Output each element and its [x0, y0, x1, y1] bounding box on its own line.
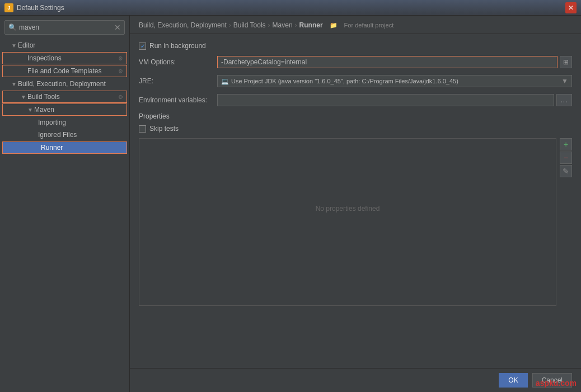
vm-options-label: VM Options: [139, 58, 217, 66]
watermark-suffix: .com [558, 379, 577, 388]
sidebar-item-build-tools[interactable]: ▼ Build Tools ⚙ [2, 91, 127, 103]
title-bar-left: J Default Settings [4, 3, 64, 12]
main-container: 🔍 ✕ ▼ Editor Inspections ⚙ File and Code… [0, 16, 581, 392]
sidebar: 🔍 ✕ ▼ Editor Inspections ⚙ File and Code… [0, 16, 130, 392]
sidebar-item-runner[interactable]: Runner [2, 141, 127, 154]
env-vars-input[interactable] [217, 94, 554, 106]
breadcrumb-part-1: Build, Execution, Deployment [139, 21, 227, 29]
breadcrumb-suffix: For default project [344, 22, 394, 29]
folder-icon: 📁 [330, 22, 338, 29]
breadcrumb-sep-1: › [229, 21, 231, 29]
skip-tests-label: Skip tests [149, 125, 179, 133]
sidebar-item-build-execution[interactable]: ▼ Build, Execution, Deployment [0, 78, 129, 90]
sidebar-item-label: Maven [34, 106, 126, 114]
settings-icon: ⚙ [118, 68, 123, 74]
vm-options-input[interactable] [217, 56, 557, 68]
arrow-icon: ▼ [27, 107, 34, 113]
settings-icon: ⚙ [118, 94, 123, 100]
vm-options-control: ⊞ [217, 56, 572, 68]
breadcrumb-sep-2: › [268, 21, 270, 29]
sidebar-item-label: File and Code Templates [27, 67, 118, 75]
breadcrumb-current: Runner [299, 21, 323, 29]
add-property-button[interactable]: + [560, 138, 572, 150]
properties-side-buttons: + − ✎ [560, 138, 572, 306]
search-input[interactable] [19, 23, 112, 31]
properties-table: No properties defined [139, 138, 556, 306]
jdk-icon: 💻 [221, 78, 229, 85]
sidebar-item-importing[interactable]: Importing [0, 116, 129, 129]
edit-property-button[interactable]: ✎ [560, 165, 572, 177]
remove-property-button[interactable]: − [560, 152, 572, 164]
sidebar-item-editor[interactable]: ▼ Editor [0, 39, 129, 51]
jre-dropdown-text: 💻 Use Project JDK (java version "1.6.0_4… [221, 78, 561, 85]
settings-icon: ⚙ [118, 55, 123, 62]
breadcrumb: Build, Execution, Deployment › Build Too… [130, 16, 581, 34]
properties-wrapper: No properties defined + − ✎ [139, 138, 572, 306]
sidebar-item-file-code-templates[interactable]: File and Code Templates ⚙ [2, 65, 127, 77]
close-button[interactable]: ✕ [565, 2, 577, 13]
arrow-icon: ▼ [11, 42, 18, 49]
vm-options-action-button[interactable]: ⊞ [560, 56, 572, 68]
run-in-background-label: Run in background [149, 42, 206, 50]
search-icon: 🔍 [8, 23, 17, 31]
chevron-down-icon: ▼ [561, 77, 568, 85]
sidebar-item-label: Build Tools [27, 93, 118, 101]
env-vars-dots-button[interactable]: ... [556, 94, 572, 106]
title-bar: J Default Settings ✕ [0, 0, 581, 16]
sidebar-item-ignored-files[interactable]: Ignored Files [0, 129, 129, 141]
sidebar-item-label: Inspections [27, 54, 118, 62]
skip-tests-row: Skip tests [139, 125, 572, 133]
sidebar-item-maven[interactable]: ▼ Maven [2, 103, 127, 116]
sidebar-item-label: Importing [38, 119, 129, 126]
content-area: Build, Execution, Deployment › Build Too… [130, 16, 581, 392]
breadcrumb-part-2: Build Tools [233, 21, 266, 29]
title-bar-title: Default Settings [17, 4, 64, 12]
bottom-bar: OK Cancel [130, 368, 581, 392]
no-properties-text: No properties defined [139, 139, 556, 278]
search-clear-icon[interactable]: ✕ [114, 23, 121, 32]
run-in-background-row: Run in background [139, 42, 572, 50]
ok-button[interactable]: OK [499, 373, 527, 388]
sidebar-tree: ▼ Editor Inspections ⚙ File and Code Tem… [0, 38, 129, 392]
watermark-text: aspku [536, 379, 558, 388]
env-vars-label: Environment variables: [139, 96, 217, 104]
sidebar-item-inspections[interactable]: Inspections ⚙ [2, 52, 127, 64]
arrow-icon: ▼ [21, 94, 27, 100]
jre-label: JRE: [139, 77, 217, 85]
sidebar-item-label: Runner [41, 144, 126, 152]
properties-header: Properties [139, 112, 572, 120]
search-box[interactable]: 🔍 ✕ [4, 20, 125, 35]
breadcrumb-sep-3: › [295, 21, 297, 29]
env-vars-control: ... [217, 94, 572, 106]
form-area: Run in background VM Options: ⊞ JRE: 💻 [130, 34, 581, 368]
sidebar-item-label: Editor [18, 41, 129, 49]
watermark: aspku.com [536, 379, 577, 388]
jre-control: 💻 Use Project JDK (java version "1.6.0_4… [217, 75, 572, 87]
arrow-icon: ▼ [11, 81, 18, 87]
app-icon: J [4, 3, 13, 12]
sidebar-item-label: Ignored Files [38, 131, 129, 139]
jre-dropdown[interactable]: 💻 Use Project JDK (java version "1.6.0_4… [217, 75, 572, 87]
jre-row: JRE: 💻 Use Project JDK (java version "1.… [139, 74, 572, 88]
run-in-background-checkbox[interactable] [139, 42, 146, 50]
skip-tests-checkbox[interactable] [139, 125, 146, 133]
env-vars-row: Environment variables: ... [139, 93, 572, 107]
breadcrumb-part-3: Maven [273, 21, 293, 29]
vm-options-row: VM Options: ⊞ [139, 55, 572, 69]
sidebar-item-label: Build, Execution, Deployment [18, 80, 129, 88]
jre-value: Use Project JDK (java version "1.6.0_45"… [231, 78, 458, 84]
